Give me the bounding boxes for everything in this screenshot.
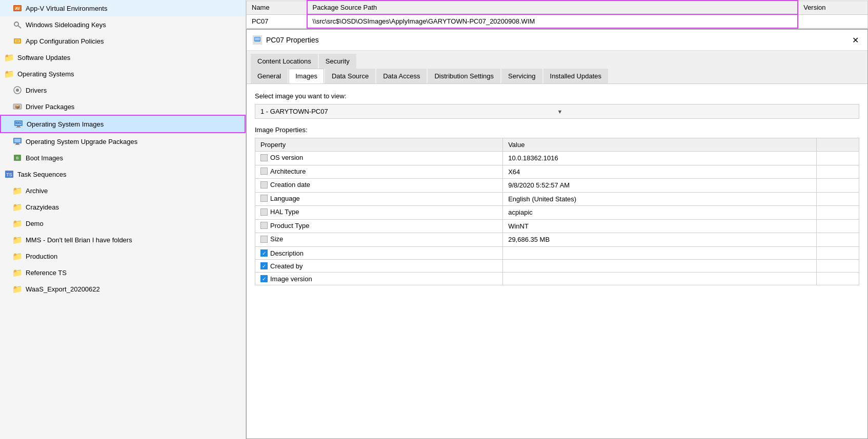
sidebar-item-software-updates[interactable]: 📁 Software Updates (0, 49, 246, 66)
tab-general[interactable]: General (251, 69, 288, 83)
props-row: OS version10.0.18362.1016 (255, 152, 859, 165)
row-path: \\src\src$\OSD\OSImages\ApplyImage\GARYT… (307, 14, 798, 28)
taskseq-icon: TS (4, 169, 14, 179)
properties-dialog: PC07 Properties ✕ Content Locations Secu… (246, 29, 868, 439)
image-dropdown[interactable]: 1 - GARYTOWN-PC07 ▼ (255, 104, 859, 119)
property-value: 10.0.18362.1016 (503, 152, 816, 165)
tab-row-1: Content Locations Security (247, 51, 867, 69)
svg-line-4 (18, 26, 21, 28)
checkbox-icon (260, 262, 268, 269)
props-row: LanguageEnglish (United States) (255, 192, 859, 206)
top-table-area: Name Package Source Path Version PC07 \\… (246, 0, 868, 29)
sidebar-item-os-images[interactable]: IMG Operating System Images (0, 115, 246, 133)
boot-icon: B (12, 153, 23, 163)
prop-cell-2: Creation date (255, 179, 503, 193)
doc-icon (260, 195, 268, 202)
image-props-label: Image Properties: (255, 126, 859, 134)
tab-row-2: General Images Data Source Data Access D… (247, 69, 867, 84)
sidebar-item-drivers[interactable]: Drivers (0, 82, 246, 98)
props-row: Product TypeWinNT (255, 219, 859, 233)
folder-icon-mms: 📁 (12, 235, 23, 245)
monitor-icon: IMG (13, 119, 24, 129)
sidebar-item-sideloading[interactable]: Windows Sideloading Keys (0, 16, 246, 33)
property-value (503, 259, 816, 272)
tab-servicing[interactable]: Servicing (501, 69, 542, 83)
driver-packages-icon: 📦 (12, 101, 23, 112)
sidebar-item-boot-images[interactable]: B Boot Images (0, 150, 246, 166)
svg-rect-15 (16, 127, 21, 128)
dialog-content: Select image you want to view: 1 - GARYT… (247, 84, 867, 438)
prop-cell-7: Description (255, 246, 503, 259)
sidebar-item-reference-ts[interactable]: 📁 Reference TS (0, 264, 246, 281)
property-name: Description (270, 249, 304, 257)
property-name: Size (270, 235, 283, 243)
sidebar-label-operating-systems: Operating Systems (17, 70, 74, 78)
sidebar-label-os-images: Operating System Images (27, 120, 104, 128)
tab-security[interactable]: Security (319, 54, 356, 69)
close-button[interactable]: ✕ (849, 34, 861, 46)
props-row: Creation date9/8/2020 5:52:57 AM (255, 179, 859, 193)
property-value (503, 272, 816, 285)
tab-data-access[interactable]: Data Access (376, 69, 427, 83)
property-name: Image version (270, 275, 312, 283)
drivers-icon (12, 85, 23, 95)
property-value (503, 246, 816, 259)
property-name: Architecture (270, 168, 306, 175)
tab-distribution-settings[interactable]: Distribution Settings (428, 69, 500, 83)
sidebar-item-appconfig[interactable]: App Configuration Policies (0, 33, 246, 49)
props-row: Image version (255, 272, 859, 285)
prop-cell-5: Product Type (255, 219, 503, 233)
property-name: HAL Type (270, 208, 299, 216)
svg-point-3 (14, 22, 18, 26)
sidebar-item-operating-systems[interactable]: 📁 Operating Systems (0, 66, 246, 82)
prop-cell-6: Size (255, 233, 503, 247)
prop-cell-9: Image version (255, 272, 503, 285)
folder-icon-os: 📁 (4, 69, 14, 79)
folder-icon-demo: 📁 (12, 218, 23, 228)
sidebar-item-mms[interactable]: 📁 MMS - Don't tell Brian I have folders (0, 232, 246, 248)
props-row: ArchitectureX64 (255, 165, 859, 179)
col-name: Name (247, 1, 307, 14)
svg-text:📦: 📦 (15, 104, 20, 109)
select-image-label: Select image you want to view: (255, 92, 859, 100)
prop-cell-4: HAL Type (255, 206, 503, 220)
svg-text:AV: AV (15, 7, 20, 10)
sidebar-item-waas[interactable]: 📁 WaaS_Export_20200622 (0, 281, 246, 297)
col-path: Package Source Path (307, 1, 798, 14)
tab-content-locations[interactable]: Content Locations (251, 54, 318, 69)
sidebar-label-reference-ts: Reference TS (26, 269, 67, 277)
tab-images[interactable]: Images (289, 69, 324, 83)
sidebar-item-driver-packages[interactable]: 📦 Driver Packages (0, 98, 246, 115)
folder-icon-archive: 📁 (12, 185, 23, 196)
sidebar-item-os-upgrade[interactable]: Operating System Upgrade Packages (0, 133, 246, 150)
sidebar-label-waas: WaaS_Export_20200622 (26, 285, 100, 293)
row-version (798, 14, 867, 28)
tab-data-source[interactable]: Data Source (325, 69, 375, 83)
property-name: OS version (270, 154, 303, 161)
sidebar-item-archive[interactable]: 📁 Archive (0, 182, 246, 199)
sidebar-item-demo[interactable]: 📁 Demo (0, 215, 246, 232)
doc-icon (260, 154, 268, 161)
folder-icon-software: 📁 (4, 52, 14, 62)
sidebar-label-task-sequences: Task Sequences (17, 171, 66, 178)
svg-point-9 (16, 89, 19, 92)
sidebar-label-demo: Demo (26, 220, 44, 227)
sidebar-item-crazyideas[interactable]: 📁 Crazyideas (0, 199, 246, 215)
sidebar-label-os-upgrade: Operating System Upgrade Packages (26, 138, 137, 145)
prop-cell-8: Created by (255, 259, 503, 272)
sidebar-label-boot-images: Boot Images (26, 154, 63, 162)
sidebar-item-production[interactable]: 📁 Production (0, 248, 246, 264)
appv-icon: AV (12, 3, 23, 13)
property-name: Product Type (270, 222, 309, 229)
doc-icon (260, 236, 268, 243)
sidebar-item-appv[interactable]: AV App-V Virtual Environments (0, 0, 246, 16)
tab-installed-updates[interactable]: Installed Updates (543, 69, 608, 83)
sidebar-item-task-sequences[interactable]: TS Task Sequences (0, 166, 246, 182)
property-value: X64 (503, 165, 816, 179)
folder-icon-crazyideas: 📁 (12, 202, 23, 212)
main-area: Name Package Source Path Version PC07 \\… (246, 0, 868, 439)
svg-text:TS: TS (6, 172, 12, 177)
sidebar-label-crazyideas: Crazyideas (26, 203, 59, 211)
prop-cell-1: Architecture (255, 165, 503, 179)
property-value: acpiapic (503, 206, 816, 220)
